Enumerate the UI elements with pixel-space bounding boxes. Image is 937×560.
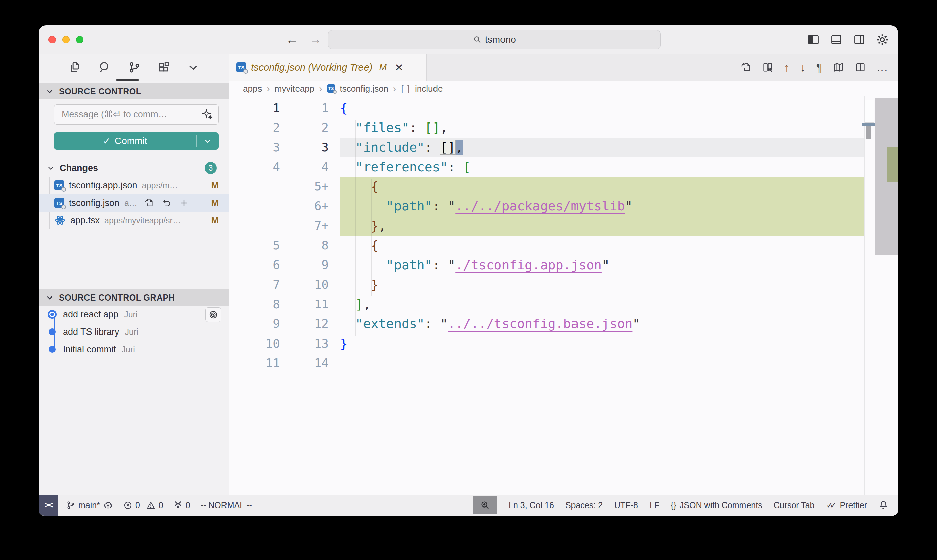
modified-line-number: 7+ xyxy=(280,216,329,235)
screencast-zoom-item[interactable] xyxy=(473,496,497,514)
settings-gear-icon[interactable] xyxy=(876,33,889,46)
breadcrumb-include[interactable]: include xyxy=(415,83,443,94)
breadcrumb-myviteapp[interactable]: myviteapp xyxy=(275,83,315,94)
minimize-window-button[interactable] xyxy=(62,36,70,43)
code-line[interactable]: 1114 xyxy=(229,353,898,373)
search-icon xyxy=(473,35,482,44)
source-control-icon[interactable] xyxy=(128,61,141,74)
commit-message-input[interactable]: Message (⌘⏎ to comm… xyxy=(54,104,219,125)
more-views-chevron-icon[interactable] xyxy=(187,61,200,74)
source-control-graph-section-header[interactable]: SOURCE CONTROL GRAPH xyxy=(39,289,229,306)
render-whitespace-icon[interactable]: ¶ xyxy=(816,62,822,73)
double-check-icon: ✓✓ xyxy=(826,500,837,510)
history-back-button[interactable]: ← xyxy=(286,33,298,47)
generate-commit-message-icon[interactable] xyxy=(202,109,213,120)
code-line[interactable]: 69 "path": "./tsconfig.app.json" xyxy=(229,255,898,275)
code-line[interactable]: 11{ xyxy=(229,98,898,118)
code-text: { xyxy=(340,235,378,255)
code-line[interactable]: 5+ { xyxy=(229,177,898,196)
discard-changes-icon[interactable] xyxy=(162,198,172,208)
language-mode-item[interactable]: {} JSON with Comments xyxy=(671,500,762,510)
toggle-secondary-sidebar-icon[interactable] xyxy=(853,33,866,46)
code-line[interactable]: 22 "files": [], xyxy=(229,118,898,137)
previous-change-icon[interactable]: ↑ xyxy=(784,62,789,73)
stage-changes-icon[interactable] xyxy=(179,198,189,208)
original-line-number: 8 xyxy=(229,294,280,314)
commit-row[interactable]: add react appJuri xyxy=(39,306,229,323)
changes-group-header[interactable]: Changes 3 xyxy=(39,160,229,176)
typescript-config-icon: TS xyxy=(236,62,246,72)
file-actions xyxy=(144,198,189,208)
commit-message: Initial commit xyxy=(63,344,116,355)
eol-item[interactable]: LF xyxy=(649,500,659,510)
encoding-item[interactable]: UTF-8 xyxy=(614,500,638,510)
original-line-number: 2 xyxy=(229,118,280,137)
open-file-icon[interactable] xyxy=(144,198,154,208)
commit-row[interactable]: Initial commitJuri xyxy=(39,341,229,358)
code-line[interactable]: 33 "include": [], xyxy=(229,138,898,157)
toggle-panel-icon[interactable] xyxy=(830,33,843,46)
minimap-icon[interactable] xyxy=(833,62,844,73)
problems-status-item[interactable]: 0 0 xyxy=(123,500,163,510)
status-bar: >< main* 0 0 0 -- NORMAL -- Ln xyxy=(39,495,898,515)
tab-tsconfig-working-tree[interactable]: TS tsconfig.json (Working Tree) M ✕ xyxy=(229,54,427,81)
code-line[interactable]: 58 { xyxy=(229,235,898,255)
file-row[interactable]: app.tsxapps/myviteapp/sr…M xyxy=(39,212,229,229)
commit-button[interactable]: ✓ Commit xyxy=(54,132,219,150)
command-center-search[interactable]: tsmono xyxy=(328,30,661,49)
toggle-primary-sidebar-icon[interactable] xyxy=(807,33,820,46)
tab-strip: TS tsconfig.json (Working Tree) M ✕ ↑ ↓ … xyxy=(229,54,898,81)
indentation-item[interactable]: Spaces: 2 xyxy=(565,500,603,510)
notifications-bell-icon[interactable] xyxy=(879,500,889,510)
code-line[interactable]: 6+ "path": "../../packages/mytslib" xyxy=(229,196,898,216)
code-line[interactable]: 44 "references": [ xyxy=(229,157,898,177)
breadcrumb-apps[interactable]: apps xyxy=(243,83,262,94)
code-line[interactable]: 7+ }, xyxy=(229,216,898,235)
inline-view-icon[interactable] xyxy=(762,62,774,73)
cursor-position-item[interactable]: Ln 3, Col 16 xyxy=(509,500,554,510)
modified-line-number: 8 xyxy=(280,235,329,255)
vim-mode-status-item[interactable]: -- NORMAL -- xyxy=(201,500,252,510)
code-text: ], xyxy=(340,294,371,314)
original-line-number: 1 xyxy=(229,98,280,118)
remote-indicator[interactable]: >< xyxy=(39,495,58,515)
split-editor-icon[interactable] xyxy=(854,62,866,73)
explorer-icon[interactable] xyxy=(68,61,82,74)
original-line-number: 7 xyxy=(229,275,280,294)
modified-line-number: 11 xyxy=(280,294,329,314)
code-text: { xyxy=(340,98,348,118)
branch-status-item[interactable]: main* xyxy=(66,500,113,510)
checkout-target-button[interactable] xyxy=(205,307,222,322)
next-change-icon[interactable]: ↓ xyxy=(800,62,806,73)
history-forward-button[interactable]: → xyxy=(310,33,322,47)
check-icon: ✓ xyxy=(103,135,111,147)
extensions-icon[interactable] xyxy=(157,61,171,74)
commit-row[interactable]: add TS libraryJuri xyxy=(39,323,229,341)
source-control-section-header[interactable]: SOURCE CONTROL xyxy=(39,83,229,99)
search-view-icon[interactable] xyxy=(98,61,111,74)
more-actions-icon[interactable]: … xyxy=(876,62,888,73)
commit-dropdown-button[interactable] xyxy=(197,137,219,145)
close-window-button[interactable] xyxy=(48,36,56,43)
open-changes-icon[interactable] xyxy=(740,62,752,73)
code-line[interactable]: 811 ], xyxy=(229,294,898,314)
commit-message: add TS library xyxy=(63,327,120,337)
tab-completion-item[interactable]: Cursor Tab xyxy=(774,500,815,510)
minimap[interactable] xyxy=(864,96,875,495)
code-line[interactable]: 710 } xyxy=(229,275,898,294)
code-line[interactable]: 912 "extends": "../../tsconfig.base.json… xyxy=(229,314,898,334)
modified-line-number: 5+ xyxy=(280,177,329,196)
file-row[interactable]: TStsconfig.app.jsonapps/m…M xyxy=(39,177,229,194)
code-text: "extends": "../../tsconfig.base.json" xyxy=(340,314,640,334)
tab-close-icon[interactable]: ✕ xyxy=(395,62,403,73)
diff-editor[interactable]: 11{22 "files": [],33 "include": [],44 "r… xyxy=(229,96,898,495)
formatter-item[interactable]: ✓✓ Prettier xyxy=(826,500,867,510)
sync-cloud-icon xyxy=(103,500,113,510)
minimap-cursor-marker xyxy=(862,123,875,126)
ports-status-item[interactable]: 0 xyxy=(173,500,191,510)
file-row[interactable]: TStsconfig.jsona…M xyxy=(39,194,229,212)
breadcrumb-tsconfig[interactable]: tsconfig.json xyxy=(340,83,389,94)
zoom-window-button[interactable] xyxy=(76,36,83,43)
git-branch-icon xyxy=(66,500,75,510)
code-line[interactable]: 1013} xyxy=(229,334,898,353)
